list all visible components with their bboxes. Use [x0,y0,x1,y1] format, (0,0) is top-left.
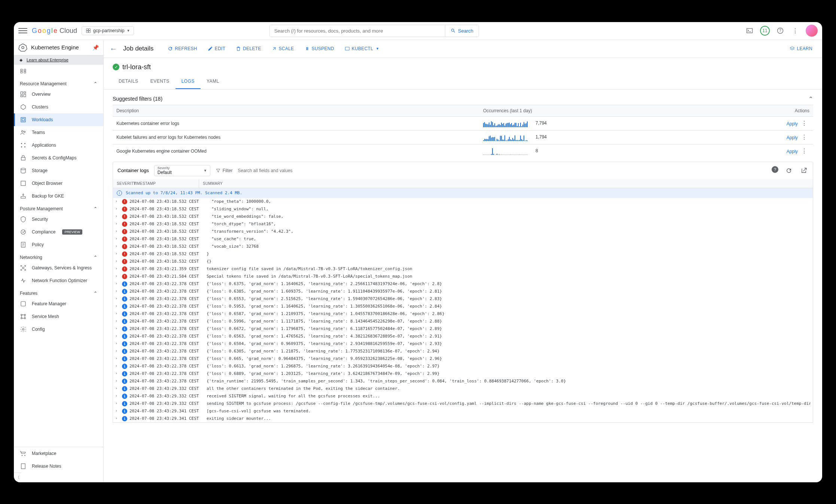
nav-object-browser[interactable]: Object Browser [14,177,103,190]
expand-icon[interactable]: › [115,364,120,368]
expand-icon[interactable]: › [115,251,120,256]
menu-icon[interactable] [18,26,27,35]
nav-backup[interactable]: Backup for GKE [14,190,103,202]
expand-icon[interactable]: › [115,386,120,390]
nav-release-notes[interactable]: Release Notes [14,460,103,473]
open-external-icon[interactable] [799,166,808,175]
edit-button[interactable]: EDIT [204,44,229,54]
log-filter-input[interactable] [238,168,313,173]
nav-security[interactable]: Security [14,213,103,226]
nav-nfo[interactable]: Network Function Optimizer [14,274,103,287]
suspend-button[interactable]: SUSPEND [301,44,338,54]
promo-link[interactable]: Learn about Enterprise [27,58,68,62]
expand-icon[interactable]: › [115,207,120,211]
log-row[interactable]: › i 2024-07-08 23:43:22.378 CEST {'loss'… [113,333,813,340]
collapse-filters-icon[interactable]: ⌃ [808,95,813,103]
log-row[interactable]: › i 2024-07-08 23:43:29.341 CEST exiting… [113,415,813,422]
expand-icon[interactable]: › [115,356,120,360]
log-row[interactable]: › i 2024-07-08 23:43:22.378 CEST {'loss'… [113,280,813,288]
nav-clusters[interactable]: Clusters [14,101,103,113]
cloud-shell-icon[interactable] [745,26,754,35]
collapse-nav-icon[interactable]: 〈 [14,473,21,482]
log-row[interactable]: › i 2024-07-08 23:43:22.378 CEST {'loss'… [113,370,813,378]
search-button[interactable]: Search [445,25,479,37]
section-features[interactable]: Features⌃ [14,287,103,297]
log-row[interactable]: › ! 2024-07-08 23:43:18.532 CEST "torch_… [113,220,813,228]
expand-icon[interactable]: › [115,416,120,420]
tab-events[interactable]: EVENTS [144,75,176,89]
expand-icon[interactable]: › [115,274,120,278]
project-selector[interactable]: gcp-partnership ▼ [82,26,134,35]
nav-overview[interactable]: Overview [14,88,103,101]
log-row[interactable]: › ! 2024-07-08 23:43:18.532 CEST "transf… [113,228,813,235]
expand-icon[interactable]: › [115,199,120,203]
search-input[interactable] [270,25,445,37]
expand-icon[interactable]: › [115,311,120,315]
log-row[interactable]: › ! 2024-07-08 23:43:18.532 CEST {} [113,258,813,265]
expand-icon[interactable]: › [115,326,120,330]
expand-icon[interactable]: › [115,214,120,218]
notifications-badge[interactable]: 11 [760,26,770,36]
expand-icon[interactable]: › [115,281,120,285]
log-row[interactable]: › ! 2024-07-08 23:43:18.532 CEST "vocab_… [113,243,813,250]
log-row[interactable]: › i 2024-07-08 23:43:22.378 CEST {'loss'… [113,355,813,363]
expand-icon[interactable]: › [115,222,120,226]
log-row[interactable]: › i 2024-07-08 23:43:22.378 CEST {'loss'… [113,325,813,333]
log-row[interactable]: › ! 2024-07-08 23:43:18.532 CEST } [113,250,813,258]
severity-select[interactable]: Severity Default [154,165,210,176]
log-row[interactable]: › ! 2024-07-08 23:43:18.532 CEST "tie_wo… [113,213,813,220]
nav-secrets[interactable]: Secrets & ConfigMaps [14,152,103,164]
refresh-button[interactable]: REFRESH [164,44,201,54]
expand-icon[interactable]: › [115,244,120,248]
section-networking[interactable]: Networking⌃ [14,251,103,262]
more-icon[interactable]: ⋮ [799,120,809,126]
log-row[interactable]: › i 2024-07-08 23:43:22.378 CEST {'loss'… [113,340,813,348]
log-row[interactable]: › i 2024-07-08 23:43:22.378 CEST {'loss'… [113,310,813,318]
log-row[interactable]: › i 2024-07-08 23:43:29.332 CEST sending… [113,400,813,407]
expand-icon[interactable]: › [115,334,120,338]
delete-button[interactable]: DELETE [232,44,265,54]
expand-icon[interactable]: › [115,401,120,405]
expand-icon[interactable]: › [115,371,120,375]
pin-icon[interactable]: 📌 [92,45,99,51]
filter-button[interactable]: Filter [216,168,233,173]
log-row[interactable]: › ! 2024-07-08 23:43:21.584 CEST Special… [113,273,813,280]
more-icon[interactable]: ⋮ [799,134,809,140]
kubectl-button[interactable]: KUBECTL▼ [341,44,383,54]
more-icon[interactable]: ⋮ [791,26,800,35]
help-icon[interactable]: ? [772,166,778,173]
log-row[interactable]: › i 2024-07-08 23:43:22.378 CEST {'loss'… [113,363,813,370]
promo-bar[interactable]: ◈ Learn about Enterprise [14,55,103,65]
log-row[interactable]: › i 2024-07-08 23:43:29.332 CEST all the… [113,385,813,392]
log-row[interactable]: › i 2024-07-08 23:43:22.378 CEST {'loss'… [113,348,813,355]
back-arrow-icon[interactable]: ← [110,45,117,53]
nav-policy[interactable]: Policy [14,238,103,251]
expand-icon[interactable]: › [115,304,120,308]
google-cloud-logo[interactable]: GoogleCloud [32,27,77,35]
nav-feature-manager[interactable]: Feature Manager [14,297,103,310]
more-icon[interactable]: ⋮ [799,148,809,154]
log-row[interactable]: › i 2024-07-08 23:43:29.332 CEST receive… [113,392,813,400]
scale-button[interactable]: SCALE [268,44,298,54]
log-row[interactable]: › i 2024-07-08 23:43:22.378 CEST {'loss'… [113,318,813,325]
nav-marketplace[interactable]: Marketplace [14,447,103,460]
expand-icon[interactable]: › [115,289,120,293]
log-row[interactable]: › ! 2024-07-08 23:43:18.532 CEST "slidin… [113,205,813,213]
learn-button[interactable]: LEARN [786,44,816,54]
log-row[interactable]: › i 2024-07-08 23:43:22.378 CEST {'loss'… [113,295,813,303]
refresh-logs-icon[interactable] [784,166,793,175]
apply-link[interactable]: Apply [787,149,798,154]
expand-icon[interactable]: › [115,349,120,353]
log-row[interactable]: › ! 2024-07-08 23:43:21.359 CEST tokeniz… [113,265,813,273]
log-row[interactable]: › ! 2024-07-08 23:43:18.532 CEST "use_ca… [113,235,813,243]
expand-icon[interactable]: › [115,296,120,300]
nav-all-fleets[interactable] [14,65,103,77]
expand-icon[interactable]: › [115,259,120,263]
expand-icon[interactable]: › [115,236,120,241]
nav-workloads[interactable]: Workloads [14,113,103,126]
nav-applications[interactable]: Applications [14,139,103,152]
log-row[interactable]: › i 2024-07-08 23:43:22.378 CEST {'loss'… [113,303,813,310]
nav-teams[interactable]: Teams [14,126,103,139]
nav-service-mesh[interactable]: Service Mesh [14,310,103,323]
log-row[interactable]: › i 2024-07-08 23:43:22.378 CEST {'loss'… [113,288,813,295]
